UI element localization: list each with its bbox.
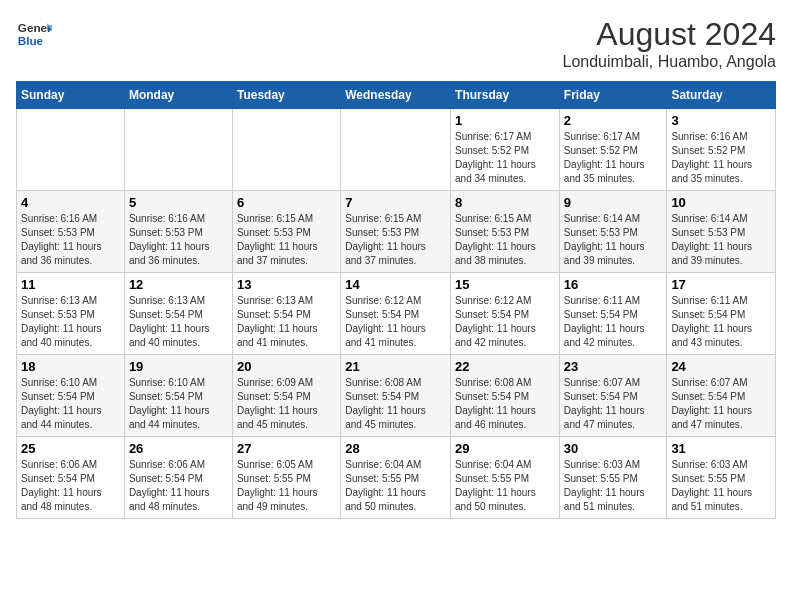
page-subtitle: Londuimbali, Huambo, Angola: [563, 53, 776, 71]
day-detail: Sunrise: 6:17 AM Sunset: 5:52 PM Dayligh…: [564, 130, 663, 186]
calendar-week-2: 4Sunrise: 6:16 AM Sunset: 5:53 PM Daylig…: [17, 191, 776, 273]
calendar-cell: 24Sunrise: 6:07 AM Sunset: 5:54 PM Dayli…: [667, 355, 776, 437]
day-detail: Sunrise: 6:06 AM Sunset: 5:54 PM Dayligh…: [21, 458, 120, 514]
day-detail: Sunrise: 6:05 AM Sunset: 5:55 PM Dayligh…: [237, 458, 336, 514]
day-number: 21: [345, 359, 446, 374]
day-detail: Sunrise: 6:16 AM Sunset: 5:53 PM Dayligh…: [129, 212, 228, 268]
day-detail: Sunrise: 6:14 AM Sunset: 5:53 PM Dayligh…: [564, 212, 663, 268]
day-number: 6: [237, 195, 336, 210]
day-detail: Sunrise: 6:07 AM Sunset: 5:54 PM Dayligh…: [671, 376, 771, 432]
calendar-cell: 5Sunrise: 6:16 AM Sunset: 5:53 PM Daylig…: [124, 191, 232, 273]
day-detail: Sunrise: 6:12 AM Sunset: 5:54 PM Dayligh…: [455, 294, 555, 350]
day-number: 5: [129, 195, 228, 210]
day-number: 10: [671, 195, 771, 210]
calendar-cell: 6Sunrise: 6:15 AM Sunset: 5:53 PM Daylig…: [232, 191, 340, 273]
day-number: 30: [564, 441, 663, 456]
day-number: 11: [21, 277, 120, 292]
calendar-cell: 14Sunrise: 6:12 AM Sunset: 5:54 PM Dayli…: [341, 273, 451, 355]
day-detail: Sunrise: 6:03 AM Sunset: 5:55 PM Dayligh…: [564, 458, 663, 514]
day-number: 9: [564, 195, 663, 210]
day-detail: Sunrise: 6:04 AM Sunset: 5:55 PM Dayligh…: [345, 458, 446, 514]
day-detail: Sunrise: 6:11 AM Sunset: 5:54 PM Dayligh…: [671, 294, 771, 350]
calendar-cell: 15Sunrise: 6:12 AM Sunset: 5:54 PM Dayli…: [451, 273, 560, 355]
day-detail: Sunrise: 6:17 AM Sunset: 5:52 PM Dayligh…: [455, 130, 555, 186]
calendar-cell: 31Sunrise: 6:03 AM Sunset: 5:55 PM Dayli…: [667, 437, 776, 519]
day-detail: Sunrise: 6:13 AM Sunset: 5:54 PM Dayligh…: [129, 294, 228, 350]
calendar-cell: 28Sunrise: 6:04 AM Sunset: 5:55 PM Dayli…: [341, 437, 451, 519]
day-number: 31: [671, 441, 771, 456]
calendar-cell: 18Sunrise: 6:10 AM Sunset: 5:54 PM Dayli…: [17, 355, 125, 437]
calendar-cell: 23Sunrise: 6:07 AM Sunset: 5:54 PM Dayli…: [559, 355, 667, 437]
calendar-cell: 11Sunrise: 6:13 AM Sunset: 5:53 PM Dayli…: [17, 273, 125, 355]
day-number: 23: [564, 359, 663, 374]
day-detail: Sunrise: 6:04 AM Sunset: 5:55 PM Dayligh…: [455, 458, 555, 514]
calendar-week-5: 25Sunrise: 6:06 AM Sunset: 5:54 PM Dayli…: [17, 437, 776, 519]
day-number: 2: [564, 113, 663, 128]
day-detail: Sunrise: 6:08 AM Sunset: 5:54 PM Dayligh…: [455, 376, 555, 432]
day-detail: Sunrise: 6:16 AM Sunset: 5:53 PM Dayligh…: [21, 212, 120, 268]
day-number: 3: [671, 113, 771, 128]
calendar-cell: 29Sunrise: 6:04 AM Sunset: 5:55 PM Dayli…: [451, 437, 560, 519]
day-detail: Sunrise: 6:14 AM Sunset: 5:53 PM Dayligh…: [671, 212, 771, 268]
day-number: 19: [129, 359, 228, 374]
day-number: 14: [345, 277, 446, 292]
day-detail: Sunrise: 6:12 AM Sunset: 5:54 PM Dayligh…: [345, 294, 446, 350]
day-number: 24: [671, 359, 771, 374]
day-number: 16: [564, 277, 663, 292]
day-number: 8: [455, 195, 555, 210]
logo-icon: General Blue: [16, 16, 52, 52]
calendar-cell: [341, 109, 451, 191]
day-detail: Sunrise: 6:10 AM Sunset: 5:54 PM Dayligh…: [129, 376, 228, 432]
day-number: 26: [129, 441, 228, 456]
calendar-cell: 3Sunrise: 6:16 AM Sunset: 5:52 PM Daylig…: [667, 109, 776, 191]
calendar-cell: 17Sunrise: 6:11 AM Sunset: 5:54 PM Dayli…: [667, 273, 776, 355]
header-cell-thursday: Thursday: [451, 82, 560, 109]
day-number: 25: [21, 441, 120, 456]
calendar-body: 1Sunrise: 6:17 AM Sunset: 5:52 PM Daylig…: [17, 109, 776, 519]
calendar-cell: 8Sunrise: 6:15 AM Sunset: 5:53 PM Daylig…: [451, 191, 560, 273]
header-cell-sunday: Sunday: [17, 82, 125, 109]
title-block: August 2024 Londuimbali, Huambo, Angola: [563, 16, 776, 71]
header-cell-wednesday: Wednesday: [341, 82, 451, 109]
calendar-cell: 22Sunrise: 6:08 AM Sunset: 5:54 PM Dayli…: [451, 355, 560, 437]
header-cell-monday: Monday: [124, 82, 232, 109]
header-row: SundayMondayTuesdayWednesdayThursdayFrid…: [17, 82, 776, 109]
calendar-cell: 10Sunrise: 6:14 AM Sunset: 5:53 PM Dayli…: [667, 191, 776, 273]
day-number: 29: [455, 441, 555, 456]
day-number: 13: [237, 277, 336, 292]
day-number: 22: [455, 359, 555, 374]
calendar-cell: 26Sunrise: 6:06 AM Sunset: 5:54 PM Dayli…: [124, 437, 232, 519]
calendar-cell: 13Sunrise: 6:13 AM Sunset: 5:54 PM Dayli…: [232, 273, 340, 355]
day-detail: Sunrise: 6:13 AM Sunset: 5:53 PM Dayligh…: [21, 294, 120, 350]
page-header: General Blue August 2024 Londuimbali, Hu…: [16, 16, 776, 71]
day-number: 20: [237, 359, 336, 374]
calendar-cell: 1Sunrise: 6:17 AM Sunset: 5:52 PM Daylig…: [451, 109, 560, 191]
day-detail: Sunrise: 6:13 AM Sunset: 5:54 PM Dayligh…: [237, 294, 336, 350]
calendar-cell: 9Sunrise: 6:14 AM Sunset: 5:53 PM Daylig…: [559, 191, 667, 273]
day-detail: Sunrise: 6:15 AM Sunset: 5:53 PM Dayligh…: [345, 212, 446, 268]
day-number: 1: [455, 113, 555, 128]
day-detail: Sunrise: 6:16 AM Sunset: 5:52 PM Dayligh…: [671, 130, 771, 186]
day-number: 27: [237, 441, 336, 456]
header-cell-friday: Friday: [559, 82, 667, 109]
calendar-cell: 7Sunrise: 6:15 AM Sunset: 5:53 PM Daylig…: [341, 191, 451, 273]
calendar-cell: 4Sunrise: 6:16 AM Sunset: 5:53 PM Daylig…: [17, 191, 125, 273]
calendar-cell: 27Sunrise: 6:05 AM Sunset: 5:55 PM Dayli…: [232, 437, 340, 519]
day-detail: Sunrise: 6:09 AM Sunset: 5:54 PM Dayligh…: [237, 376, 336, 432]
calendar-cell: 25Sunrise: 6:06 AM Sunset: 5:54 PM Dayli…: [17, 437, 125, 519]
svg-text:General: General: [18, 21, 52, 34]
day-detail: Sunrise: 6:03 AM Sunset: 5:55 PM Dayligh…: [671, 458, 771, 514]
day-number: 18: [21, 359, 120, 374]
page-title: August 2024: [563, 16, 776, 53]
calendar-cell: [17, 109, 125, 191]
calendar-cell: 12Sunrise: 6:13 AM Sunset: 5:54 PM Dayli…: [124, 273, 232, 355]
day-detail: Sunrise: 6:06 AM Sunset: 5:54 PM Dayligh…: [129, 458, 228, 514]
day-number: 4: [21, 195, 120, 210]
day-detail: Sunrise: 6:15 AM Sunset: 5:53 PM Dayligh…: [237, 212, 336, 268]
day-number: 7: [345, 195, 446, 210]
day-detail: Sunrise: 6:07 AM Sunset: 5:54 PM Dayligh…: [564, 376, 663, 432]
header-cell-saturday: Saturday: [667, 82, 776, 109]
calendar-table: SundayMondayTuesdayWednesdayThursdayFrid…: [16, 81, 776, 519]
calendar-cell: [124, 109, 232, 191]
calendar-cell: 30Sunrise: 6:03 AM Sunset: 5:55 PM Dayli…: [559, 437, 667, 519]
